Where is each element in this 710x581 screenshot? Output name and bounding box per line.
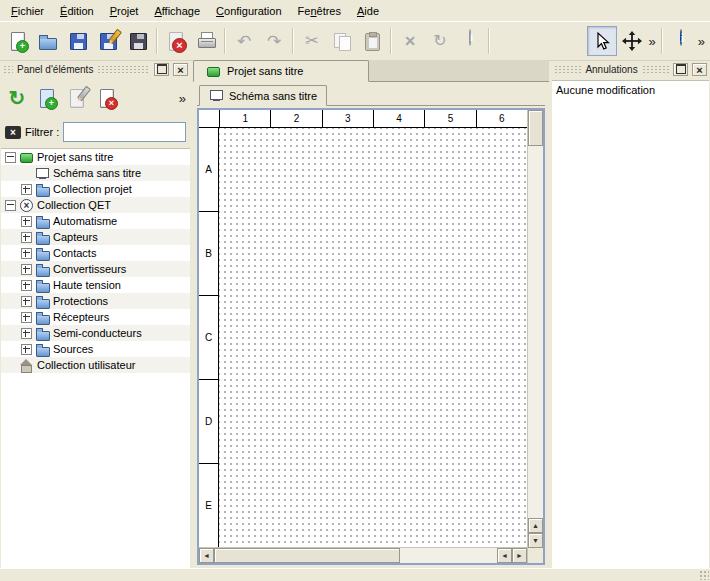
elements-panel-toolbar: » [0,78,191,118]
horizontal-scrollbar[interactable] [199,547,527,563]
element-info-button[interactable] [455,26,485,56]
clear-filter-button[interactable] [5,126,21,139]
menu-bar: Fichier Édition Projet Affichage Configu… [0,0,710,21]
save-as-icon [97,30,119,52]
scroll-right-button[interactable] [512,548,527,563]
expander-icon[interactable] [21,216,32,227]
tree-item-label: Haute tension [53,279,121,291]
dock-grip[interactable] [642,65,669,74]
expander-icon[interactable] [21,280,32,291]
reload-collections-button[interactable] [3,84,31,112]
paste-button[interactable] [357,26,387,56]
cut-button[interactable] [297,26,327,56]
tree-item[interactable]: Protections [1,293,190,309]
horizontal-scroll-track[interactable] [400,548,497,563]
expander-icon[interactable] [5,152,16,163]
menu-item[interactable]: Édition [52,2,102,20]
scroll-left-button-2[interactable] [497,548,512,563]
redo-button[interactable] [259,26,289,56]
vertical-scrollbar[interactable] [527,110,543,563]
schema-tab[interactable]: Schéma sans titre [199,85,327,106]
tree-item[interactable]: Contacts [1,245,190,261]
tree-item-icon [35,279,50,292]
vertical-scroll-thumb[interactable] [528,110,543,146]
resize-grip[interactable] [699,570,709,580]
tree-item[interactable]: Semi-conducteurs [1,325,190,341]
panel-overflow-button[interactable]: » [177,83,188,113]
save-all-button[interactable] [123,26,153,56]
expander-icon[interactable] [21,344,32,355]
elements-panel-titlebar[interactable]: Panel d'éléments [0,60,191,78]
menu-item[interactable]: Configuration [208,2,289,20]
undo-history-list[interactable]: Aucune modification [552,80,709,569]
tree-item[interactable]: Projet sans titre [1,149,190,165]
delete-element-button[interactable] [93,84,121,112]
undo-button[interactable] [229,26,259,56]
diagram-canvas[interactable] [219,128,527,547]
copy-button[interactable] [327,26,357,56]
horizontal-scroll-thumb[interactable] [214,548,400,563]
vertical-scroll-track[interactable] [528,146,543,518]
move-tool-button[interactable] [617,26,647,56]
print-button[interactable] [191,26,221,56]
toolbar-overflow-button[interactable]: » [647,26,658,56]
float-panel-button[interactable] [673,63,688,76]
rotate-button[interactable] [425,26,455,56]
select-tool-button[interactable] [587,26,617,56]
new-element-button[interactable] [33,84,61,112]
close-file-button[interactable] [161,26,191,56]
tree-item[interactable]: Convertisseurs [1,261,190,277]
tree-item[interactable]: Collection projet [1,181,190,197]
schema-tab-label: Schéma sans titre [229,90,317,102]
close-panel-button[interactable] [692,63,707,76]
expander-icon[interactable] [21,232,32,243]
save-button[interactable] [63,26,93,56]
expander-icon[interactable] [21,328,32,339]
tree-item[interactable]: Sources [1,341,190,357]
scroll-up-button[interactable] [528,518,543,533]
expander-icon[interactable] [5,200,16,211]
print-icon [195,30,217,52]
delete-button[interactable] [395,26,425,56]
save-as-button[interactable] [93,26,123,56]
menu-item[interactable]: Projet [102,2,147,20]
tree-item[interactable]: Capteurs [1,229,190,245]
undo-panel-title: Annulations [585,64,637,75]
new-project-button[interactable] [3,26,33,56]
expander-icon[interactable] [21,312,32,323]
float-panel-button[interactable] [154,63,169,76]
scroll-left-button[interactable] [199,548,214,563]
toolbar-overflow-button-2[interactable]: » [696,26,707,56]
dock-grip[interactable] [554,65,581,74]
tree-item-icon [35,343,50,356]
undo-panel-titlebar[interactable]: Annulations [551,60,710,78]
open-project-button[interactable] [33,26,63,56]
project-tab[interactable]: Projet sans titre [193,60,369,82]
toolbar-separator [224,28,226,54]
dock-grip[interactable] [97,65,150,74]
menu-item[interactable]: Fichier [3,2,52,20]
scroll-down-button[interactable] [528,533,543,548]
tree-item[interactable]: Récepteurs [1,309,190,325]
column-ruler-label: 6 [477,110,527,128]
tree-item[interactable]: Schéma sans titre [1,165,190,181]
menu-item[interactable]: Aide [349,2,387,20]
tree-item[interactable]: Collection QET [1,197,190,213]
tree-item[interactable]: Collection utilisateur [1,357,190,373]
close-panel-button[interactable] [173,63,188,76]
tree-item[interactable]: Automatisme [1,213,190,229]
expander-icon[interactable] [21,296,32,307]
menu-item[interactable]: Affichage [146,2,208,20]
filter-input[interactable] [63,122,186,142]
expander-icon[interactable] [21,184,32,195]
help-button[interactable] [666,26,696,56]
tree-item-icon [19,151,34,164]
dock-grip[interactable] [3,65,13,74]
edit-element-button[interactable] [63,84,91,112]
diagram-view[interactable]: 123456 ABCDE [197,108,545,565]
expander-icon[interactable] [21,264,32,275]
tree-item[interactable]: Haute tension [1,277,190,293]
elements-tree[interactable]: Projet sans titre Schéma sans titre Coll… [1,148,190,569]
menu-item[interactable]: Fenêtres [290,2,349,20]
expander-icon[interactable] [21,248,32,259]
